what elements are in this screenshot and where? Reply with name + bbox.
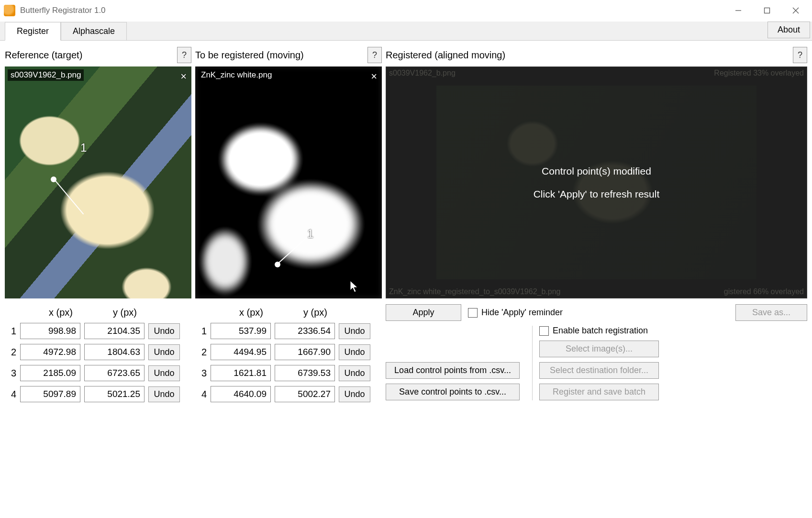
reference-image-viewport[interactable]: s0039V1962_b.png × 1 [5, 66, 191, 298]
mov-y-input-4[interactable] [275, 386, 335, 402]
tab-register[interactable]: Register [5, 22, 61, 41]
ref-row-index: 4 [5, 389, 16, 400]
reference-help-button[interactable]: ? [177, 47, 191, 63]
col-y-label: y (px) [93, 307, 157, 318]
result-title: Registered (aligned moving) [386, 50, 793, 61]
mov-undo-button-4[interactable]: Undo [339, 386, 370, 402]
close-button[interactable] [781, 0, 810, 22]
mov-row-index: 2 [195, 347, 207, 358]
mov-row-index: 1 [195, 326, 207, 337]
save-csv-button[interactable]: Save control points to .csv... [386, 384, 520, 400]
select-destination-button[interactable]: Select destination folder... [539, 362, 659, 379]
mov-undo-button-2[interactable]: Undo [339, 344, 370, 360]
reference-filename: s0039V1962_b.png [8, 69, 84, 81]
col-x-label: x (px) [219, 307, 283, 318]
save-as-button[interactable]: Save as... [735, 304, 807, 321]
minimize-button[interactable] [724, 0, 753, 22]
mov-x-input-2[interactable] [211, 344, 271, 360]
ref-x-input-3[interactable] [20, 365, 80, 381]
window-title: Butterfly Registrator 1.0 [20, 6, 106, 15]
select-images-button[interactable]: Select image(s)... [539, 341, 659, 357]
reference-image [5, 66, 191, 298]
svg-rect-1 [765, 8, 770, 13]
moving-title: To be registered (moving) [195, 50, 367, 61]
moving-filename: ZnK_zinc white.png [198, 69, 275, 81]
hide-reminder-label: Hide 'Apply' reminder [481, 308, 563, 318]
mov-x-input-4[interactable] [211, 386, 271, 402]
mov-x-input-3[interactable] [211, 365, 271, 381]
app-icon [4, 5, 15, 16]
ref-control-label-1: 1 [80, 141, 87, 154]
ref-y-input-3[interactable] [84, 365, 145, 381]
overlay-msg-line-2: Click 'Apply' to refresh result [534, 188, 660, 200]
ref-row-index: 2 [5, 347, 16, 358]
ref-x-input-4[interactable] [20, 386, 80, 402]
tabstrip: Register Alphascale About [0, 22, 812, 41]
mov-undo-button-3[interactable]: Undo [339, 365, 370, 381]
mov-y-input-2[interactable] [275, 344, 335, 360]
ref-undo-button-1[interactable]: Undo [148, 323, 180, 339]
apply-button[interactable]: Apply [386, 304, 461, 321]
checkbox-box-icon [539, 326, 549, 336]
checkbox-box-icon [468, 308, 478, 318]
moving-coord-header: x (px) y (px) [195, 307, 382, 318]
ref-undo-button-3[interactable]: Undo [148, 365, 180, 381]
moving-image-viewport[interactable]: ZnK_zinc white.png × 1 [195, 66, 382, 298]
cursor-icon [349, 280, 359, 293]
ref-y-input-2[interactable] [84, 344, 145, 360]
load-csv-button[interactable]: Load control points from .csv... [386, 362, 520, 379]
titlebar: Butterfly Registrator 1.0 [0, 0, 812, 22]
mov-x-input-1[interactable] [211, 323, 271, 339]
ref-row-index: 1 [5, 326, 16, 337]
enable-batch-checkbox[interactable]: Enable batch registration [539, 326, 807, 336]
ref-x-input-1[interactable] [20, 323, 80, 339]
mov-row-index: 4 [195, 389, 207, 400]
mov-row-index: 3 [195, 368, 207, 379]
col-y-label: y (px) [283, 307, 347, 318]
reference-title: Reference (target) [5, 50, 177, 61]
result-image-viewport[interactable]: s0039V1962_b.png Registered 33% overlaye… [386, 66, 807, 298]
enable-batch-label: Enable batch registration [553, 326, 648, 336]
ref-y-input-4[interactable] [84, 386, 145, 402]
mov-undo-button-1[interactable]: Undo [339, 323, 370, 339]
about-button[interactable]: About [768, 22, 810, 38]
maximize-button[interactable] [753, 0, 781, 22]
overlay-msg-line-1: Control point(s) modified [542, 165, 651, 177]
reference-coord-header: x (px) y (px) [5, 307, 191, 318]
mov-y-input-3[interactable] [275, 365, 335, 381]
reference-clear-icon[interactable]: × [180, 70, 187, 83]
col-x-label: x (px) [29, 307, 93, 318]
ref-undo-button-2[interactable]: Undo [148, 344, 180, 360]
ref-undo-button-4[interactable]: Undo [148, 386, 180, 402]
hide-reminder-checkbox[interactable]: Hide 'Apply' reminder [468, 308, 563, 318]
tab-alphascale[interactable]: Alphascale [61, 22, 127, 40]
mov-control-label-1: 1 [307, 227, 313, 241]
moving-clear-icon[interactable]: × [371, 70, 377, 83]
mov-y-input-1[interactable] [275, 323, 335, 339]
ref-x-input-2[interactable] [20, 344, 80, 360]
run-batch-button[interactable]: Register and save batch [539, 384, 659, 400]
result-help-button[interactable]: ? [793, 47, 807, 63]
moving-image [195, 66, 382, 298]
result-overlay-message: Control point(s) modified Click 'Apply' … [386, 67, 807, 298]
ref-y-input-1[interactable] [84, 323, 145, 339]
ref-row-index: 3 [5, 368, 16, 379]
moving-help-button[interactable]: ? [367, 47, 382, 63]
